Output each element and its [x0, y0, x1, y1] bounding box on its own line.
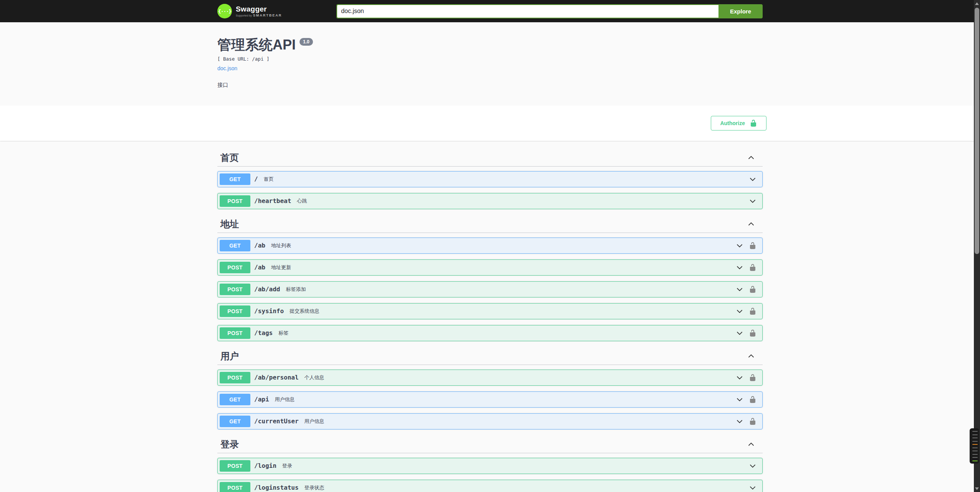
operation-path: /heartbeat [254, 197, 291, 205]
operations-list: GET / 首页 POST /heartbeat 心跳 [217, 171, 763, 209]
chevron-down-icon[interactable] [749, 175, 757, 183]
section-header[interactable]: 用户 [217, 347, 763, 365]
section-header[interactable]: 登录 [217, 435, 763, 453]
operation-summary: 心跳 [297, 198, 749, 205]
swagger-logo-icon: {···} [217, 4, 232, 18]
operation-row[interactable]: POST /heartbeat 心跳 [217, 193, 763, 209]
operation-summary: 地址更新 [271, 264, 736, 271]
arrow-down-icon [975, 487, 979, 490]
spec-link[interactable]: doc.json [217, 65, 237, 71]
base-url: [ Base URL: /api ] [217, 56, 763, 62]
operations-list: GET /ab 地址列表 POST /ab 地址更新 POST /ab/add … [217, 238, 763, 341]
operation-row[interactable]: POST /loginstatus 登录状态 [217, 480, 763, 492]
operation-path: /ab/add [254, 286, 280, 293]
explore-button[interactable]: Explore [718, 4, 763, 18]
chevron-up-icon[interactable] [747, 441, 755, 448]
operation-row[interactable]: POST /sysinfo 提交系统信息 [217, 303, 763, 319]
operation-path: /ab [254, 264, 265, 271]
scrollbar-thumb[interactable] [975, 8, 979, 254]
api-section: 首页 GET / 首页 POST /heartbeat 心跳 [217, 149, 763, 209]
swagger-logo-text: Swagger [236, 5, 282, 13]
operation-controls [749, 484, 760, 492]
auth-lock-button[interactable] [749, 418, 757, 425]
section-header[interactable]: 首页 [217, 149, 763, 167]
chevron-down-icon[interactable] [749, 197, 757, 205]
method-badge: POST [220, 327, 250, 339]
operation-path: /ab/personal [254, 374, 299, 381]
operation-controls [736, 329, 760, 337]
chevron-down-icon[interactable] [736, 286, 743, 293]
method-badge: GET [220, 173, 250, 185]
operation-row[interactable]: POST /login 登录 [217, 458, 763, 474]
operations-list: POST /ab/personal 个人信息 GET /api 用户信息 GET… [217, 370, 763, 429]
chevron-down-icon[interactable] [736, 264, 743, 271]
api-title-text: 管理系统API [217, 37, 296, 53]
auth-lock-button[interactable] [749, 286, 757, 293]
operation-row[interactable]: GET /currentUser 用户信息 [217, 413, 763, 429]
chevron-down-icon[interactable] [736, 418, 743, 425]
method-badge: GET [220, 240, 250, 251]
operation-row[interactable]: POST /ab/add 标签添加 [217, 281, 763, 297]
operations-list: POST /login 登录 POST /loginstatus 登录状态 [217, 458, 763, 492]
spec-url-form: Explore [336, 4, 763, 18]
auth-lock-button[interactable] [749, 396, 757, 403]
chevron-down-icon[interactable] [736, 396, 743, 403]
operation-row[interactable]: POST /tags 标签 [217, 325, 763, 341]
scrollbar[interactable] [974, 0, 980, 492]
swagger-logo-tagline: Supported by SMARTBEAR [236, 14, 282, 17]
operation-summary: 提交系统信息 [290, 308, 736, 315]
operation-path: /sysinfo [254, 307, 284, 315]
operation-path: /api [254, 396, 269, 403]
chevron-up-icon[interactable] [747, 154, 755, 162]
tagline-brand: SMARTBEAR [253, 14, 282, 17]
tagline-prefix: Supported by [236, 14, 252, 17]
auth-lock-button[interactable] [749, 242, 757, 249]
section-title: 首页 [220, 153, 239, 162]
method-badge: POST [220, 284, 250, 295]
section-header[interactable]: 地址 [217, 215, 763, 233]
method-badge: POST [220, 372, 250, 383]
scheme-container: Authorize [0, 106, 980, 141]
swagger-logo[interactable]: {···} Swagger Supported by SMARTBEAR [217, 4, 282, 18]
method-badge: POST [220, 195, 250, 207]
sections-container: 首页 GET / 首页 POST /heartbeat 心跳 [210, 149, 770, 492]
operation-controls [749, 197, 760, 205]
chevron-up-icon[interactable] [747, 352, 755, 360]
method-badge: POST [220, 482, 250, 492]
chevron-down-icon[interactable] [749, 462, 757, 470]
operation-row[interactable]: GET /ab 地址列表 [217, 238, 763, 254]
authorize-label: Authorize [720, 121, 745, 126]
chevron-down-icon[interactable] [736, 329, 743, 337]
section-title: 地址 [220, 220, 239, 229]
scroll-minimap [970, 428, 979, 464]
auth-lock-button[interactable] [749, 264, 757, 271]
operation-summary: 标签 [278, 330, 736, 337]
scrollbar-down-button[interactable] [974, 485, 980, 492]
version-badge: 1.0 [300, 38, 313, 46]
authorize-button[interactable]: Authorize [711, 116, 766, 130]
spec-url-input[interactable] [336, 4, 718, 18]
chevron-up-icon[interactable] [747, 220, 755, 228]
topbar: {···} Swagger Supported by SMARTBEAR Exp… [0, 0, 980, 22]
operation-path: /ab [254, 242, 265, 249]
chevron-down-icon[interactable] [736, 307, 743, 315]
operation-path: /login [254, 462, 276, 469]
operation-summary: 登录状态 [305, 484, 749, 491]
operation-row[interactable]: GET /api 用户信息 [217, 391, 763, 408]
unlock-icon [750, 119, 757, 127]
auth-lock-button[interactable] [749, 307, 757, 315]
api-section: 登录 POST /login 登录 POST /loginstatus 登录状态 [217, 435, 763, 492]
chevron-down-icon[interactable] [736, 374, 743, 381]
scrollbar-up-button[interactable] [974, 0, 980, 7]
operation-path: /currentUser [254, 418, 299, 425]
arrow-up-icon [975, 2, 979, 5]
info-section: 管理系统API1.0 [ Base URL: /api ] doc.json 接… [0, 22, 980, 106]
chevron-down-icon[interactable] [736, 242, 743, 249]
auth-lock-button[interactable] [749, 329, 757, 337]
operation-row[interactable]: POST /ab/personal 个人信息 [217, 370, 763, 386]
operation-row[interactable]: POST /ab 地址更新 [217, 259, 763, 276]
operation-controls [736, 374, 760, 381]
operation-row[interactable]: GET / 首页 [217, 171, 763, 187]
auth-lock-button[interactable] [749, 374, 757, 381]
chevron-down-icon[interactable] [749, 484, 757, 492]
